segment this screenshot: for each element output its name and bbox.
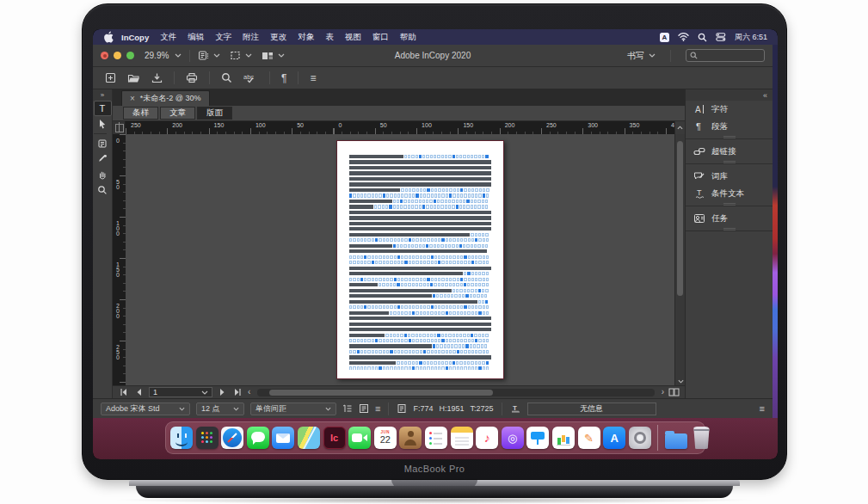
note-tool[interactable] xyxy=(94,136,112,151)
spotlight-search-icon[interactable] xyxy=(698,33,707,42)
eyedropper-tool[interactable] xyxy=(94,151,112,167)
toolbar-menu-icon[interactable]: ≡ xyxy=(310,72,316,84)
dock-icon-settings[interactable] xyxy=(629,427,651,449)
dock-icon-folder[interactable] xyxy=(665,433,687,449)
status-menu-icon[interactable]: ≡ xyxy=(760,403,765,414)
panel-collapse-button[interactable]: « xyxy=(686,89,773,101)
wifi-icon[interactable] xyxy=(678,33,689,41)
dock-icon-music[interactable]: ♪ xyxy=(476,427,498,449)
dock-icon-reminders[interactable] xyxy=(425,427,447,449)
dock-icon-facetime[interactable] xyxy=(348,427,371,449)
screen-mode-button[interactable] xyxy=(262,51,285,61)
dock-icon-notes[interactable] xyxy=(451,427,473,449)
vertical-scrollbar-thumb[interactable] xyxy=(677,141,683,296)
menu-item[interactable]: 文件 xyxy=(160,32,176,43)
close-button[interactable] xyxy=(101,52,108,59)
dock-icon-numbers[interactable] xyxy=(552,427,575,449)
next-page-button[interactable] xyxy=(217,389,228,396)
clock[interactable]: 周六 6:51 xyxy=(735,32,767,43)
font-select[interactable]: Adobe 宋体 Std xyxy=(101,403,190,415)
dock-icon-messages[interactable] xyxy=(247,427,269,449)
scroll-left-button[interactable]: ‹ xyxy=(248,388,250,396)
panel-item-任务[interactable]: 任务 xyxy=(686,210,773,227)
spread-view-icon[interactable] xyxy=(668,388,680,396)
previous-page-button[interactable] xyxy=(133,389,145,396)
font-size-select[interactable]: 12 点 xyxy=(196,403,244,415)
pasteboard[interactable] xyxy=(126,134,674,385)
control-center-icon[interactable] xyxy=(716,33,726,41)
menu-item[interactable]: 表 xyxy=(325,32,334,43)
view-options-button[interactable] xyxy=(198,50,220,61)
dock-icon-incopy[interactable]: Ic xyxy=(323,427,346,449)
dock-icon-contacts[interactable] xyxy=(399,427,422,449)
dock-icon-calendar[interactable]: JUN22 xyxy=(374,427,397,449)
minimize-button[interactable] xyxy=(114,52,121,59)
search-input[interactable] xyxy=(700,51,760,61)
panel-item-超链接[interactable]: 超链接 xyxy=(686,143,773,160)
menu-item[interactable]: 帮助 xyxy=(400,32,416,43)
scroll-up-button[interactable] xyxy=(674,121,685,134)
zoom-tool[interactable] xyxy=(94,182,112,198)
first-page-button[interactable] xyxy=(118,389,129,396)
panel-item-条件文本[interactable]: T条件文本 xyxy=(686,185,773,202)
menu-item[interactable]: 对象 xyxy=(298,32,314,43)
scroll-right-button[interactable]: › xyxy=(662,388,664,396)
dock-icon-podcasts[interactable]: ◎ xyxy=(502,427,524,449)
hand-tool[interactable] xyxy=(94,167,112,182)
position-tool[interactable] xyxy=(94,116,112,132)
frame-edges-button[interactable] xyxy=(230,50,252,61)
view-menu-icon[interactable]: ≡ xyxy=(375,403,380,414)
apple-logo-icon[interactable] xyxy=(103,31,114,43)
dock-icon-appstore[interactable]: A xyxy=(603,427,625,449)
view-tab-条样[interactable]: 条样 xyxy=(123,107,158,120)
show-hidden-characters-button[interactable]: ¶ xyxy=(281,72,286,84)
leading-select[interactable]: 单倍间距 xyxy=(250,403,336,415)
dock-icon-trash[interactable] xyxy=(692,427,711,449)
view-tab-文章[interactable]: 文章 xyxy=(160,107,195,120)
dock-icon-keynote[interactable] xyxy=(526,427,549,449)
type-tool[interactable]: T xyxy=(94,101,112,116)
view-tab-版面[interactable]: 版面 xyxy=(197,107,232,120)
app-menu[interactable]: InCopy xyxy=(121,33,149,42)
panel-item-字符[interactable]: A字符 xyxy=(686,101,773,118)
panel-item-词库[interactable]: 词库 xyxy=(686,168,773,185)
ruler-origin-icon[interactable] xyxy=(113,121,126,134)
document-tab[interactable]: × *未命名-2 @ 30% xyxy=(121,90,210,106)
dock-icon-pages[interactable]: ✎ xyxy=(578,427,600,449)
cjk-char-box xyxy=(382,283,385,286)
save-button[interactable] xyxy=(151,72,163,83)
menu-item[interactable]: 视图 xyxy=(345,32,361,43)
find-button[interactable] xyxy=(221,72,232,83)
dock-icon-safari[interactable] xyxy=(221,427,243,449)
page-number-select[interactable]: 1 xyxy=(149,387,212,397)
close-tab-icon[interactable]: × xyxy=(130,94,135,103)
panel-item-段落[interactable]: ¶段落 xyxy=(686,118,773,135)
document-page[interactable] xyxy=(336,140,504,379)
menu-item[interactable]: 编辑 xyxy=(188,32,204,43)
menu-item[interactable]: 文字 xyxy=(215,32,231,43)
spellcheck-button[interactable]: abc xyxy=(243,72,258,83)
menu-item[interactable]: 窗口 xyxy=(372,32,389,43)
search-field[interactable] xyxy=(686,49,765,62)
depth-ruler-icon[interactable]: T xyxy=(510,403,521,414)
menu-item[interactable]: 附注 xyxy=(243,32,259,43)
print-button[interactable] xyxy=(186,72,198,83)
menu-item[interactable]: 更改 xyxy=(270,32,286,43)
dock-icon-mail[interactable] xyxy=(272,427,294,449)
galley-view-icon[interactable] xyxy=(359,403,369,414)
horizontal-scrollbar-thumb[interactable] xyxy=(269,390,493,396)
dock-icon-launchpad[interactable] xyxy=(196,427,219,449)
dock-icon-finder[interactable] xyxy=(170,427,193,449)
horizontal-scrollbar[interactable] xyxy=(257,389,654,396)
new-document-button[interactable] xyxy=(105,72,116,83)
last-page-button[interactable] xyxy=(232,389,243,396)
zoom-button[interactable] xyxy=(126,52,134,59)
vertical-scrollbar[interactable] xyxy=(674,134,685,385)
dock-icon-maps[interactable] xyxy=(298,427,320,449)
tools-panel-expand[interactable]: » xyxy=(93,89,112,101)
line-numbers-icon[interactable] xyxy=(342,403,353,414)
input-source-icon[interactable]: A xyxy=(660,33,669,42)
zoom-level-select[interactable]: 29.9% xyxy=(145,51,182,60)
open-document-button[interactable] xyxy=(127,73,140,83)
workspace-switcher[interactable]: 书写 xyxy=(627,50,656,62)
